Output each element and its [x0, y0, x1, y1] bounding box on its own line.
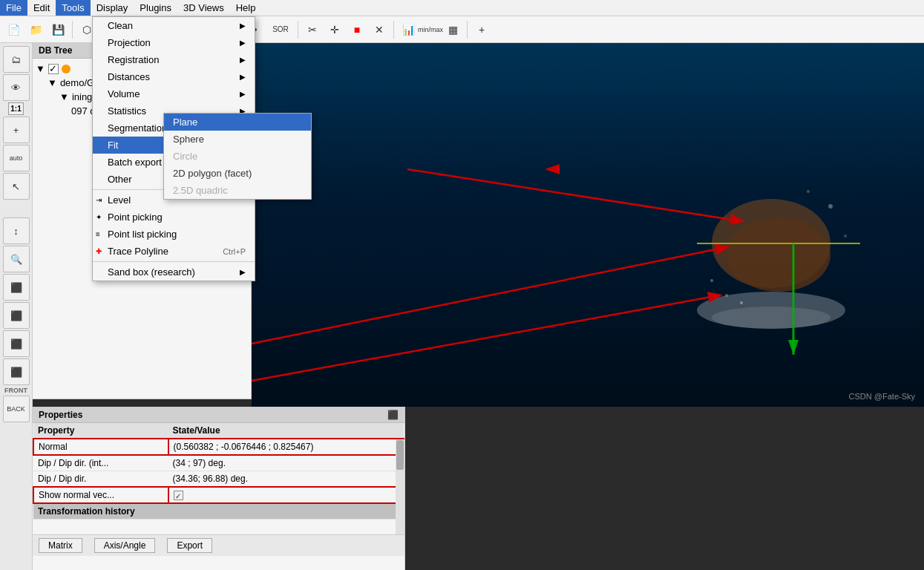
sidebar-cube2[interactable]: ⬛ — [3, 302, 30, 329]
menu-segmentation-label: Segmentation — [108, 122, 167, 134]
toolbar-new[interactable]: 📄 — [3, 19, 24, 40]
tree-expand-2[interactable]: ▼ — [59, 91, 69, 102]
menu-edit[interactable]: Edit — [27, 0, 56, 16]
sidebar-cube3[interactable]: ⬛ — [3, 330, 30, 357]
toolbar-open[interactable]: 📁 — [25, 19, 46, 40]
show-normal-checkbox[interactable] — [174, 491, 183, 500]
prop-col-property: Property — [33, 423, 168, 439]
menu-point-list-label: Point list picking — [108, 229, 177, 240]
prop-shownormal-checkbox-cell[interactable] — [168, 487, 404, 503]
footer-matrix-btn[interactable]: Matrix — [39, 538, 82, 553]
submenu-plane[interactable]: Plane — [164, 114, 311, 131]
svg-point-5 — [807, 190, 810, 193]
sidebar-zoom[interactable]: 🔍 — [3, 246, 30, 272]
menu-distances-label: Distances — [108, 71, 150, 82]
menu-projection-label: Projection — [108, 37, 151, 48]
menu-3dviews[interactable]: 3D Views — [177, 0, 230, 16]
toolbar-move[interactable]: ✛ — [324, 19, 345, 40]
svg-point-0 — [712, 199, 830, 288]
toolbar-sep1 — [72, 21, 73, 39]
trace-icon: ✚ — [96, 247, 102, 255]
properties-panel: Properties ⬛ Property State/Value Normal… — [33, 407, 405, 570]
svg-point-1 — [727, 217, 830, 292]
footer-axisangle-btn[interactable]: Axis/Angle — [94, 538, 156, 553]
menu-clean[interactable]: Clean ▶ — [93, 17, 255, 34]
svg-point-4 — [740, 301, 743, 304]
prop-col-value: State/Value — [168, 423, 404, 439]
menu-point-picking[interactable]: ✦ Point picking — [93, 209, 255, 226]
svg-marker-17 — [545, 164, 560, 174]
menu-trace-label: Trace Polyline — [108, 246, 168, 257]
menu-display[interactable]: Display — [91, 0, 134, 16]
menu-projection-arrow: ▶ — [240, 39, 246, 47]
sidebar-1to1[interactable]: 1:1 — [8, 102, 23, 115]
sidebar-arrow[interactable]: ↖ — [3, 173, 30, 200]
point-picking-icon: ✦ — [96, 213, 102, 221]
sidebar-cube[interactable]: ⬛ — [3, 274, 30, 301]
menu-sandbox-label: Sand box (research) — [108, 266, 195, 278]
properties-scrollbar[interactable] — [396, 439, 404, 534]
sidebar-move-v[interactable]: ↕ — [3, 217, 30, 244]
properties-header: Properties ⬛ — [33, 407, 404, 423]
submenu-25dquadric: 2.5D quadric — [164, 182, 311, 199]
menu-registration-arrow: ▶ — [240, 56, 246, 64]
sidebar-back[interactable]: BACK — [3, 396, 30, 422]
show-normal-checkbox-container[interactable] — [174, 491, 399, 500]
menu-projection[interactable]: Projection ▶ — [93, 34, 255, 51]
tree-expand-icon[interactable]: ▼ — [36, 63, 45, 74]
toolbar-cross[interactable]: ✕ — [369, 19, 390, 40]
menu-point-list-picking[interactable]: ≡ Point list picking — [93, 226, 255, 243]
menu-distances[interactable]: Distances ▶ — [93, 68, 255, 85]
menu-registration[interactable]: Registration ▶ — [93, 51, 255, 68]
submenu-2dpolygon[interactable]: 2D polygon (facet) — [164, 165, 311, 182]
menu-point-picking-label: Point picking — [108, 212, 163, 223]
toolbar-chart[interactable]: 📊 — [398, 19, 419, 40]
scroll-thumb[interactable] — [396, 440, 404, 470]
sidebar-nav2[interactable]: 👁 — [3, 74, 30, 101]
menu-trace-polyline[interactable]: ✚ Trace Polyline Ctrl+P — [93, 243, 255, 260]
menu-help[interactable]: Help — [230, 0, 262, 16]
svg-point-3 — [725, 294, 728, 297]
properties-table: Property State/Value Normal (0.560382 ; … — [33, 423, 404, 520]
menu-tools[interactable]: Tools — [56, 0, 90, 16]
toolbar-sep5 — [467, 21, 468, 39]
svg-line-16 — [252, 295, 719, 381]
tree-checkbox-root[interactable]: ✓ — [48, 64, 59, 74]
menu-plugins[interactable]: Plugins — [134, 0, 177, 16]
toolbar-grid[interactable]: ▦ — [442, 19, 463, 40]
menu-other-label: Other — [108, 174, 132, 185]
viewport-3d[interactable]: CSDN @Fate-Sky — [252, 43, 924, 407]
sidebar-auto[interactable]: auto — [3, 145, 30, 171]
toolbar-save[interactable]: 💾 — [47, 19, 68, 40]
svg-point-8 — [697, 292, 845, 329]
footer-export-btn[interactable]: Export — [167, 538, 212, 553]
menu-statistics-label: Statistics — [108, 105, 146, 117]
fit-submenu: Plane Sphere Circle 2D polygon (facet) 2… — [163, 113, 312, 200]
tree-color-dot — [62, 65, 71, 73]
level-icon: ⇥ — [96, 196, 102, 204]
menu-clean-arrow: ▶ — [240, 22, 246, 30]
sidebar-nav1[interactable]: 🗂 — [3, 46, 30, 73]
submenu-sphere[interactable]: Sphere — [164, 131, 311, 148]
prop-row-dip1: Dip / Dip dir. (int... (34 ; 97) deg. — [33, 455, 404, 471]
menu-file[interactable]: File — [0, 0, 27, 16]
menu-volume[interactable]: Volume ▶ — [93, 85, 255, 102]
svg-line-14 — [407, 169, 741, 221]
prop-dip1-value: (34 ; 97) deg. — [168, 455, 404, 471]
properties-expand-icon[interactable]: ⬛ — [387, 410, 399, 420]
toolbar-scissors[interactable]: ✂ — [302, 19, 323, 40]
submenu-circle: Circle — [164, 148, 311, 165]
menu-sandbox-arrow: ▶ — [240, 268, 246, 276]
toolbar-sor[interactable]: SOR — [267, 19, 294, 40]
menu-trace-shortcut: Ctrl+P — [223, 247, 246, 256]
toolbar-minmax[interactable]: min/max — [420, 19, 441, 40]
sidebar-plus[interactable]: + — [3, 117, 30, 143]
menu-volume-arrow: ▶ — [240, 90, 246, 98]
sidebar-cube4[interactable]: ⬛ — [3, 358, 30, 385]
tree-expand-1[interactable]: ▼ — [47, 77, 57, 88]
toolbar-red-square[interactable]: ■ — [347, 19, 367, 40]
menu-sandbox[interactable]: Sand box (research) ▶ — [93, 263, 255, 281]
viewport-credit: CSDN @Fate-Sky — [849, 392, 915, 401]
toolbar-plus[interactable]: + — [471, 19, 492, 40]
prop-normal-label: Normal — [33, 439, 168, 455]
